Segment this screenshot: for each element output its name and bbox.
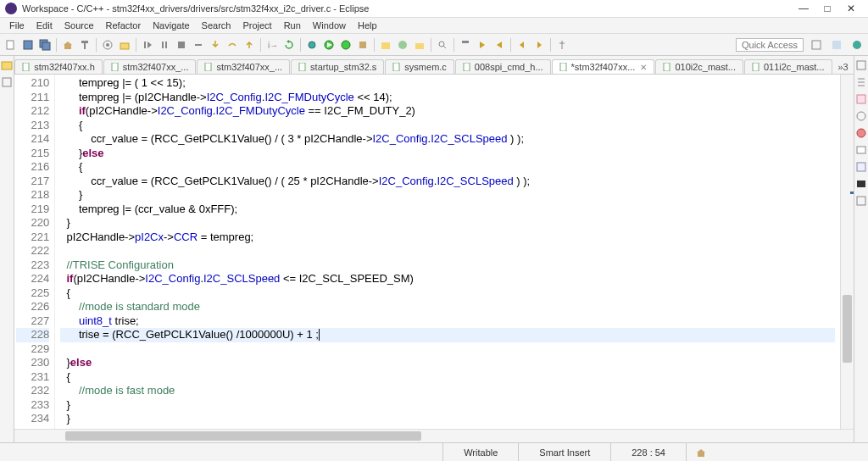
terminal-icon[interactable] [855, 178, 867, 190]
right-trim [854, 56, 868, 442]
suspend-icon[interactable] [157, 37, 172, 53]
file-icon [111, 63, 120, 71]
svg-rect-52 [857, 181, 865, 187]
menu-project[interactable]: Project [236, 19, 277, 32]
file-icon [298, 63, 307, 71]
scrollbar-thumb[interactable] [843, 295, 852, 363]
forward-icon[interactable] [531, 37, 547, 53]
close-icon[interactable]: ✕ [640, 63, 647, 72]
step-return-icon[interactable] [242, 37, 257, 53]
minimize-view-icon[interactable] [855, 59, 867, 71]
outline-icon[interactable] [855, 76, 867, 88]
editor-tab[interactable]: 010i2c_mast... [655, 59, 743, 74]
file-icon [204, 63, 213, 71]
menu-help[interactable]: Help [352, 19, 383, 32]
project-explorer-icon[interactable] [1, 59, 13, 71]
menu-source[interactable]: Source [58, 19, 100, 32]
instr-step-icon[interactable]: i→ [264, 37, 280, 53]
menu-navigate[interactable]: Navigate [147, 19, 195, 32]
svg-marker-28 [480, 42, 485, 48]
pin-icon[interactable] [554, 37, 570, 53]
tab-label: 008spi_cmd_h... [475, 62, 543, 72]
status-writable: Writable [443, 447, 518, 458]
disconnect-icon[interactable] [191, 37, 206, 53]
perspective-open-icon[interactable] [809, 37, 824, 53]
maximize-button[interactable]: □ [815, 1, 839, 16]
editor-tab[interactable]: stm32f407xx.h [14, 59, 103, 74]
svg-marker-12 [147, 42, 152, 48]
svg-point-21 [342, 41, 350, 49]
svg-rect-41 [393, 63, 399, 71]
restart-icon[interactable] [281, 37, 297, 53]
save-all-icon[interactable] [37, 37, 53, 53]
prev-annotation-icon[interactable] [492, 37, 507, 53]
editor-tab[interactable]: 011i2c_mast... [744, 59, 832, 74]
horizontal-scrollbar[interactable] [14, 429, 854, 442]
code-content[interactable]: tempreg |= ( 1 << 15); tempreg |= (pI2CH… [55, 75, 840, 429]
problems-icon[interactable] [855, 127, 867, 139]
debug-icon[interactable] [304, 37, 320, 53]
save-icon[interactable] [20, 37, 36, 53]
minimize-button[interactable]: — [792, 1, 815, 16]
menu-window[interactable]: Window [307, 19, 352, 32]
menu-run[interactable]: Run [278, 19, 307, 32]
status-build-icon[interactable] [687, 447, 715, 458]
resume-icon[interactable] [140, 37, 155, 53]
console-icon[interactable] [855, 144, 867, 156]
svg-rect-13 [162, 42, 164, 48]
window-title: Workspace - C/C++ - stm32f4xx_drivers/dr… [22, 3, 792, 14]
task-list-icon[interactable] [855, 93, 867, 105]
run-last-icon[interactable] [338, 37, 353, 53]
menu-file[interactable]: File [3, 19, 31, 32]
svg-point-48 [857, 112, 865, 120]
svg-rect-44 [664, 63, 670, 71]
next-annotation-icon[interactable] [475, 37, 490, 53]
new-project-icon[interactable] [378, 37, 393, 53]
run-icon[interactable] [321, 37, 337, 53]
tab-overflow[interactable]: »3 [833, 60, 854, 74]
svg-marker-17 [287, 40, 289, 43]
editor-tab[interactable]: stm32f407xx_... [103, 59, 197, 74]
editor-tab[interactable]: stm32f407xx_... [197, 59, 290, 74]
code-editor[interactable]: 2102112122132142152162172182192202212222… [14, 75, 854, 429]
new-icon[interactable] [3, 37, 19, 53]
restore-icon[interactable] [1, 76, 13, 88]
terminate-icon[interactable] [174, 37, 189, 53]
svg-point-9 [106, 43, 109, 47]
menu-edit[interactable]: Edit [31, 19, 58, 32]
properties-icon[interactable] [855, 161, 867, 173]
svg-rect-53 [857, 197, 865, 205]
restore-right-icon[interactable] [855, 195, 867, 207]
editor-tab[interactable]: *stm32f407xx...✕ [552, 59, 655, 74]
menu-refactor[interactable]: Refactor [100, 19, 147, 32]
folder-icon[interactable] [117, 37, 132, 53]
toggle-mark-icon[interactable] [458, 37, 473, 53]
perspective-cpp-icon[interactable] [829, 37, 844, 53]
title-bar: Workspace - C/C++ - stm32f4xx_drivers/dr… [0, 0, 868, 18]
close-button[interactable]: ✕ [839, 1, 863, 16]
svg-rect-14 [165, 42, 167, 48]
build-targets-icon[interactable] [855, 110, 867, 122]
search-icon[interactable] [435, 37, 450, 53]
new-folder-icon[interactable] [412, 37, 427, 53]
step-over-icon[interactable] [225, 37, 240, 53]
svg-rect-15 [178, 42, 185, 48]
scrollbar-thumb[interactable] [65, 431, 421, 441]
step-into-icon[interactable] [208, 37, 223, 53]
menu-search[interactable]: Search [196, 19, 237, 32]
editor-tab[interactable]: sysmem.c [385, 59, 454, 74]
profile-icon[interactable] [355, 37, 370, 53]
perspective-debug-icon[interactable] [849, 37, 865, 53]
quick-access[interactable]: Quick Access [736, 38, 804, 52]
hammer-icon[interactable] [77, 37, 92, 53]
svg-rect-51 [857, 163, 865, 171]
tab-label: stm32f407xx.h [34, 62, 95, 72]
editor-tab[interactable]: startup_stm32.s [291, 59, 384, 74]
build-icon[interactable] [60, 37, 75, 53]
tab-label: stm32f407xx_... [123, 62, 189, 72]
target-icon[interactable] [100, 37, 115, 53]
vertical-scrollbar[interactable] [840, 75, 854, 429]
editor-tab[interactable]: 008spi_cmd_h... [455, 59, 551, 74]
back-icon[interactable] [515, 37, 530, 53]
new-class-icon[interactable] [395, 37, 410, 53]
